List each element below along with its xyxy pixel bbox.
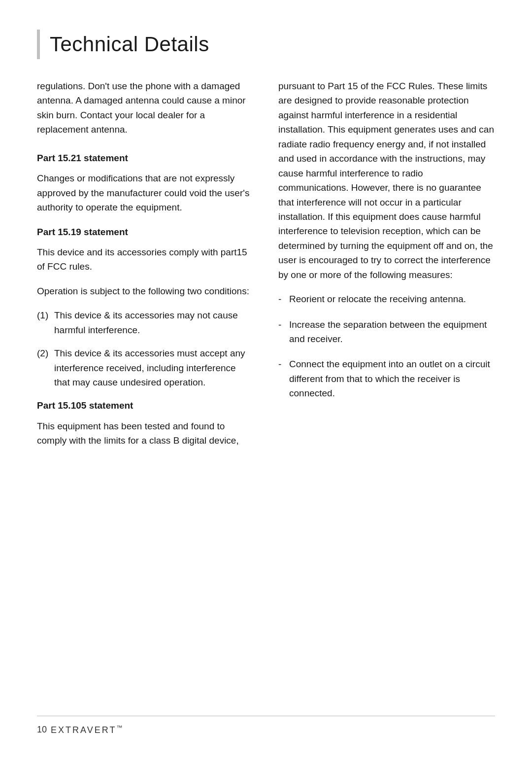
body-part-15-19-intro: This device and its accessories comply w… bbox=[37, 245, 254, 274]
list-item-2-text: This device & its accessories must accep… bbox=[54, 346, 254, 389]
page-container: Technical Details regulations. Don't use… bbox=[0, 0, 532, 765]
list-item-1-text: This device & its accessories may not ca… bbox=[54, 308, 254, 337]
bullet-text-1: Reorient or relocate the receiving anten… bbox=[289, 292, 495, 306]
content-area: regulations. Don't use the phone with a … bbox=[37, 79, 495, 458]
heading-part-15-19: Part 15.19 statement bbox=[37, 225, 254, 239]
left-column: regulations. Don't use the phone with a … bbox=[37, 79, 254, 458]
section-part-15-105: Part 15.105 statement This equipment has… bbox=[37, 398, 254, 448]
footer-trademark: ™ bbox=[116, 724, 124, 731]
intro-text-left: regulations. Don't use the phone with a … bbox=[37, 79, 254, 137]
list-item-1-number: (1) bbox=[37, 308, 54, 337]
list-item-2-number: (2) bbox=[37, 346, 54, 389]
bullet-text-2: Increase the separation between the equi… bbox=[289, 317, 495, 347]
body-part-15-21: Changes or modifications that are not ex… bbox=[37, 171, 254, 214]
bullet-text-3: Connect the equipment into an outlet on … bbox=[289, 357, 495, 400]
right-column-intro: pursuant to Part 15 of the FCC Rules. Th… bbox=[278, 79, 495, 282]
page-title: Technical Details bbox=[50, 30, 209, 59]
bullet-item-1: - Reorient or relocate the receiving ant… bbox=[278, 292, 495, 306]
section-part-15-21: Part 15.21 statement Changes or modifica… bbox=[37, 151, 254, 215]
bullet-item-3: - Connect the equipment into an outlet o… bbox=[278, 357, 495, 400]
header-section: Technical Details bbox=[37, 30, 495, 59]
footer-page-number: 10 bbox=[37, 725, 47, 735]
bullet-dash-2: - bbox=[278, 317, 289, 347]
bullet-list: - Reorient or relocate the receiving ant… bbox=[278, 292, 495, 401]
right-column: pursuant to Part 15 of the FCC Rules. Th… bbox=[278, 79, 495, 458]
bullet-item-2: - Increase the separation between the eq… bbox=[278, 317, 495, 347]
heading-part-15-105: Part 15.105 statement bbox=[37, 398, 254, 413]
bullet-dash-3: - bbox=[278, 357, 289, 400]
list-item-1: (1) This device & its accessories may no… bbox=[37, 308, 254, 337]
footer-section: 10 Extravert™ bbox=[37, 716, 495, 735]
bullet-dash-1: - bbox=[278, 292, 289, 306]
list-item-2: (2) This device & its accessories must a… bbox=[37, 346, 254, 389]
body-part-15-19-operation: Operation is subject to the following tw… bbox=[37, 284, 254, 298]
body-part-15-105: This equipment has been tested and found… bbox=[37, 419, 254, 448]
section-part-15-19: Part 15.19 statement This device and its… bbox=[37, 225, 254, 390]
footer-brand-name: Extravert™ bbox=[51, 724, 124, 735]
list-items: (1) This device & its accessories may no… bbox=[37, 308, 254, 389]
heading-part-15-21: Part 15.21 statement bbox=[37, 151, 254, 165]
title-bar-accent bbox=[37, 30, 40, 59]
